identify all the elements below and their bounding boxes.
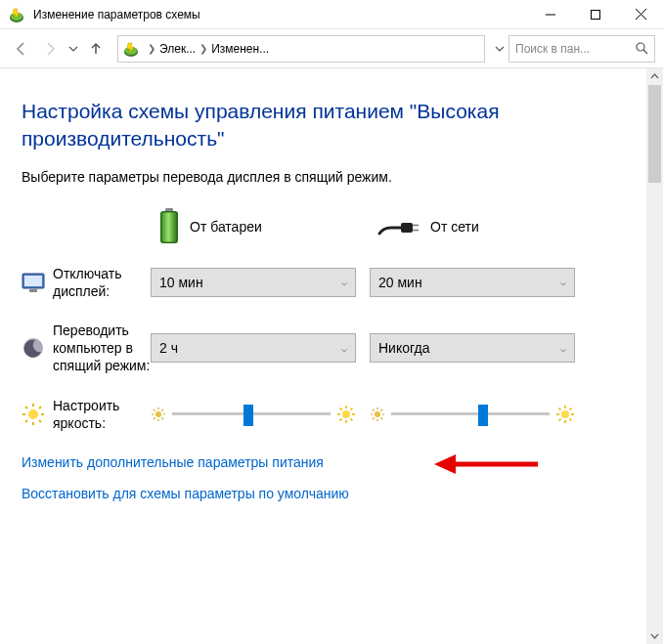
page-instruction: Выберите параметры перевода дисплея в сп…: [22, 169, 625, 185]
svg-line-46: [340, 418, 342, 420]
brightness-battery-slider[interactable]: [151, 400, 356, 429]
sleep-moon-icon: [22, 336, 45, 360]
brightness-plugged-slider[interactable]: [370, 400, 575, 429]
sleep-plugged-select[interactable]: Никогда ⌵: [370, 333, 575, 363]
svg-line-55: [373, 417, 375, 419]
svg-point-29: [155, 411, 161, 417]
svg-line-62: [570, 418, 572, 420]
brightness-label: Настроить яркость:: [53, 397, 151, 432]
battery-icon: [158, 208, 180, 245]
svg-point-38: [342, 410, 350, 418]
breadcrumb[interactable]: ❯ Элек... ❯ Изменен...: [117, 35, 485, 63]
slider-thumb[interactable]: [478, 405, 488, 426]
page-title: Настройка схемы управления питанием "Выс…: [22, 98, 625, 153]
svg-line-52: [373, 409, 375, 411]
breadcrumb-item-2[interactable]: Изменен...: [211, 42, 269, 56]
svg-rect-13: [401, 223, 413, 233]
svg-line-25: [25, 407, 27, 408]
row-display-off: Отключать дисплей: 10 мин ⌵ 20 мин ⌵: [22, 265, 625, 300]
up-button[interactable]: [82, 35, 110, 63]
battery-column-header: От батареи: [158, 208, 377, 245]
svg-marker-66: [434, 454, 456, 474]
battery-column-label: От батареи: [190, 219, 262, 235]
svg-line-28: [25, 420, 27, 422]
display-off-plugged-value: 20 мин: [378, 275, 422, 290]
svg-line-35: [162, 417, 164, 419]
sleep-battery-select[interactable]: 2 ч ⌵: [151, 333, 356, 363]
slider-track[interactable]: [172, 412, 331, 415]
svg-line-44: [351, 418, 353, 420]
annotation-arrow-icon: [432, 451, 540, 478]
svg-line-37: [154, 417, 155, 419]
column-headers: От батареи От сети: [22, 208, 625, 245]
maximize-button[interactable]: [573, 0, 618, 29]
chevron-down-icon: ⌵: [560, 343, 566, 354]
address-dropdown-chevron-icon[interactable]: [493, 35, 507, 63]
row-sleep: Переводить компьютер в спящий режим: 2 ч…: [22, 322, 625, 375]
search-placeholder: Поиск в пан...: [515, 42, 636, 56]
brightness-sun-icon: [22, 403, 45, 426]
svg-line-53: [381, 417, 383, 419]
vertical-scrollbar[interactable]: [646, 68, 663, 644]
back-button[interactable]: [8, 35, 35, 63]
sun-large-icon: [555, 405, 575, 424]
advanced-settings-link[interactable]: Изменить дополнительные параметры питани…: [22, 454, 324, 470]
svg-line-54: [381, 409, 383, 411]
sleep-label: Переводить компьютер в спящий режим:: [53, 322, 151, 375]
breadcrumb-icon: [122, 40, 140, 58]
breadcrumb-item-1[interactable]: Элек...: [159, 42, 196, 56]
plugged-column-header: От сети: [377, 216, 479, 237]
scrollbar-thumb[interactable]: [648, 85, 661, 183]
close-button[interactable]: [618, 0, 663, 29]
monitor-icon: [22, 271, 45, 294]
minimize-button[interactable]: [528, 0, 573, 29]
svg-line-34: [154, 409, 155, 411]
svg-line-45: [351, 408, 353, 409]
svg-line-61: [559, 408, 561, 409]
svg-rect-17: [24, 276, 42, 286]
chevron-down-icon: ⌵: [341, 343, 347, 354]
recent-locations-chevron-icon[interactable]: [66, 35, 80, 63]
sleep-plugged-value: Никогда: [378, 340, 429, 356]
display-off-label: Отключать дисплей:: [53, 265, 151, 300]
display-off-battery-select[interactable]: 10 мин ⌵: [151, 268, 356, 297]
svg-line-27: [39, 407, 41, 408]
svg-line-36: [162, 409, 164, 411]
svg-point-47: [375, 411, 380, 417]
sun-small-icon: [370, 407, 385, 422]
search-icon: [636, 42, 648, 55]
svg-rect-12: [162, 212, 177, 241]
restore-link-row: Восстановить для схемы параметры по умол…: [22, 485, 625, 502]
svg-line-64: [559, 418, 561, 420]
svg-rect-18: [29, 289, 37, 292]
sleep-battery-value: 2 ч: [159, 340, 178, 356]
chevron-down-icon: ⌵: [341, 277, 347, 287]
chevron-right-icon: ❯: [144, 43, 159, 54]
window-controls: [528, 0, 663, 29]
svg-line-43: [340, 408, 342, 409]
sun-small-icon: [151, 407, 166, 422]
window-title: Изменение параметров схемы: [33, 8, 528, 21]
scroll-up-button[interactable]: [646, 68, 663, 85]
titlebar: Изменение параметров схемы: [0, 0, 663, 29]
svg-point-56: [561, 410, 569, 418]
svg-line-26: [39, 420, 41, 422]
svg-rect-3: [592, 10, 600, 19]
svg-point-20: [28, 409, 38, 419]
slider-track[interactable]: [391, 412, 550, 415]
row-brightness: Настроить яркость:: [22, 397, 625, 432]
main-content: Настройка схемы управления питанием "Выс…: [0, 68, 646, 512]
advanced-link-row: Изменить дополнительные параметры питани…: [22, 453, 625, 471]
scroll-down-button[interactable]: [646, 627, 663, 644]
svg-line-63: [570, 408, 572, 409]
navbar: ❯ Элек... ❯ Изменен... Поиск в пан...: [0, 29, 663, 68]
restore-defaults-link[interactable]: Восстановить для схемы параметры по умол…: [22, 486, 349, 501]
forward-button[interactable]: [37, 35, 65, 63]
display-off-plugged-select[interactable]: 20 мин ⌵: [370, 268, 575, 297]
search-input[interactable]: Поиск в пан...: [508, 35, 655, 63]
chevron-right-icon: ❯: [196, 43, 211, 54]
sun-large-icon: [336, 405, 356, 424]
power-plan-icon: [8, 6, 25, 23]
display-off-battery-value: 10 мин: [159, 275, 203, 290]
slider-thumb[interactable]: [243, 405, 253, 426]
